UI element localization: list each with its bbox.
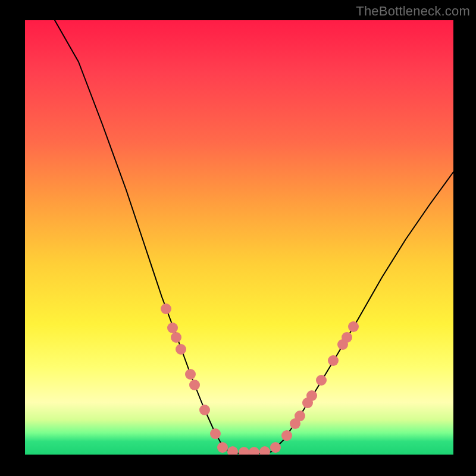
svg-point-18 bbox=[306, 390, 317, 401]
svg-point-8 bbox=[217, 442, 228, 453]
svg-point-7 bbox=[210, 428, 221, 439]
curve-svg bbox=[25, 20, 453, 455]
svg-point-5 bbox=[189, 380, 200, 390]
svg-point-16 bbox=[295, 411, 305, 421]
svg-point-1 bbox=[167, 322, 178, 333]
svg-point-3 bbox=[176, 344, 186, 355]
svg-point-11 bbox=[249, 447, 259, 455]
svg-point-12 bbox=[259, 446, 270, 455]
svg-point-19 bbox=[316, 375, 327, 386]
svg-point-23 bbox=[348, 321, 359, 332]
svg-point-22 bbox=[342, 332, 352, 343]
plot-area bbox=[25, 20, 453, 455]
svg-point-10 bbox=[239, 447, 249, 455]
svg-point-0 bbox=[161, 303, 171, 314]
svg-point-9 bbox=[227, 446, 238, 455]
svg-point-6 bbox=[199, 405, 210, 415]
watermark-label: TheBottleneck.com bbox=[356, 4, 470, 19]
bottleneck-curve bbox=[55, 20, 453, 453]
chart-frame: TheBottleneck.com bbox=[0, 0, 476, 476]
svg-point-20 bbox=[328, 355, 339, 366]
svg-point-2 bbox=[171, 332, 181, 343]
curve-markers bbox=[161, 303, 359, 455]
svg-point-4 bbox=[185, 369, 196, 380]
svg-point-14 bbox=[281, 430, 292, 441]
svg-point-13 bbox=[270, 442, 281, 453]
